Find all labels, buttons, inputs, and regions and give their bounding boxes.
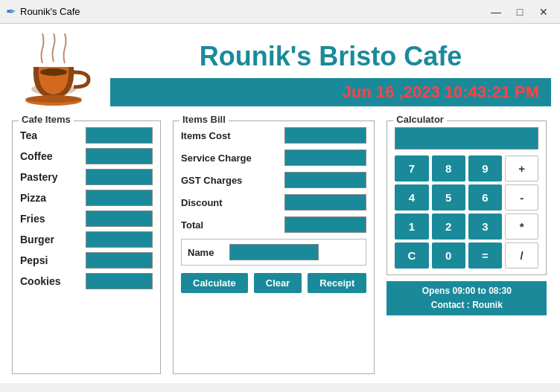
bill-row: GST Charges bbox=[181, 172, 366, 188]
calc-btn-eq[interactable]: = bbox=[468, 242, 502, 269]
item-row: Cookies bbox=[20, 273, 153, 289]
logo-svg bbox=[13, 33, 95, 108]
item-row: Burger bbox=[20, 231, 153, 248]
main-content: Cafe Items Tea Coffee Pastery Pizza Frie… bbox=[0, 112, 560, 383]
item-label-1: Coffee bbox=[20, 150, 72, 162]
item-input-4[interactable] bbox=[86, 211, 153, 227]
bill-input-3[interactable] bbox=[284, 194, 366, 211]
bill-input-4[interactable] bbox=[284, 216, 366, 233]
calculator-panel: Calculator 789+456-123*C0=/ bbox=[386, 121, 547, 275]
item-label-3: Pizza bbox=[20, 192, 72, 204]
calculator-title: Calculator bbox=[393, 114, 447, 125]
items-bill-title: Items Bill bbox=[179, 114, 229, 125]
item-label-5: Burger bbox=[20, 234, 72, 245]
logo-area bbox=[9, 30, 98, 112]
header: Rounik's Bristo Cafe Jun 16 ,2023 10:43:… bbox=[0, 24, 560, 112]
clear-button[interactable]: Clear bbox=[254, 273, 302, 293]
calc-btn-6[interactable]: 6 bbox=[468, 184, 502, 211]
calc-btn-8[interactable]: 8 bbox=[432, 155, 465, 181]
calc-btn-add[interactable]: + bbox=[505, 155, 538, 181]
bill-input-0[interactable] bbox=[284, 127, 366, 144]
item-row: Pepsi bbox=[20, 252, 153, 269]
cafe-title: Rounik's Bristo Cafe bbox=[110, 35, 551, 78]
item-label-4: Fries bbox=[20, 213, 72, 225]
receipt-button[interactable]: Receipt bbox=[308, 273, 366, 293]
calc-display[interactable] bbox=[395, 127, 538, 150]
bottom-info-line2: Contact : Rounik bbox=[392, 298, 541, 312]
app-icon: ✒ bbox=[6, 4, 16, 19]
calculate-button[interactable]: Calculate bbox=[181, 273, 248, 293]
bottom-info: Opens 09:00 to 08:30 Contact : Rounik bbox=[386, 281, 547, 315]
bill-input-1[interactable] bbox=[284, 150, 366, 166]
calc-btn-mul[interactable]: * bbox=[505, 213, 538, 240]
item-row: Pastery bbox=[20, 169, 153, 185]
cafe-items-panel: Cafe Items Tea Coffee Pastery Pizza Frie… bbox=[12, 121, 161, 374]
titlebar: ✒ Rounik's Cafe — □ ✕ bbox=[0, 0, 560, 24]
minimize-button[interactable]: — bbox=[486, 4, 506, 20]
close-button[interactable]: ✕ bbox=[533, 4, 554, 20]
bill-label-2: GST Charges bbox=[181, 175, 255, 186]
calc-btn-9[interactable]: 9 bbox=[468, 155, 502, 181]
bill-row: Total bbox=[181, 216, 366, 233]
header-right: Rounik's Bristo Cafe Jun 16 ,2023 10:43:… bbox=[110, 35, 551, 106]
item-input-1[interactable] bbox=[86, 148, 153, 164]
item-label-2: Pastery bbox=[20, 171, 72, 183]
bill-label-1: Service Charge bbox=[181, 152, 255, 164]
maximize-button[interactable]: □ bbox=[509, 4, 530, 20]
cafe-items-title: Cafe Items bbox=[19, 114, 74, 125]
item-label-6: Pepsi bbox=[20, 254, 72, 266]
titlebar-title: Rounik's Cafe bbox=[20, 6, 80, 17]
calc-btn-2[interactable]: 2 bbox=[432, 213, 465, 240]
calc-btn-0[interactable]: 0 bbox=[432, 242, 465, 269]
svg-point-3 bbox=[40, 68, 67, 76]
item-input-0[interactable] bbox=[86, 127, 153, 144]
item-input-6[interactable] bbox=[86, 252, 153, 269]
calc-btn-div[interactable]: / bbox=[505, 242, 538, 269]
cafe-items-list: Tea Coffee Pastery Pizza Fries Burger Pe… bbox=[20, 127, 153, 289]
bill-label-4: Total bbox=[181, 219, 255, 231]
items-bill-panel: Items Bill Items Cost Service Charge GST… bbox=[173, 121, 375, 374]
titlebar-left: ✒ Rounik's Cafe bbox=[6, 4, 80, 19]
item-label-7: Cookies bbox=[20, 275, 72, 287]
datetime-bar: Jun 16 ,2023 10:43:21 PM bbox=[110, 78, 551, 106]
calc-btn-7[interactable]: 7 bbox=[395, 155, 428, 181]
calc-btn-3[interactable]: 3 bbox=[468, 213, 502, 240]
bottom-info-line1: Opens 09:00 to 08:30 bbox=[392, 284, 541, 298]
bill-label-3: Discount bbox=[181, 197, 255, 208]
bill-row: Service Charge bbox=[181, 150, 366, 166]
item-input-7[interactable] bbox=[86, 273, 153, 289]
calc-btn-1[interactable]: 1 bbox=[395, 213, 428, 240]
bill-row: Items Cost bbox=[181, 127, 366, 144]
calc-container: Calculator 789+456-123*C0=/ Opens 09:00 … bbox=[386, 121, 547, 374]
calc-btn-5[interactable]: 5 bbox=[432, 184, 465, 211]
bill-rows-list: Items Cost Service Charge GST Charges Di… bbox=[181, 127, 366, 233]
bill-row: Discount bbox=[181, 194, 366, 211]
item-input-2[interactable] bbox=[86, 169, 153, 185]
name-row: Name bbox=[181, 239, 366, 266]
item-row: Tea bbox=[20, 127, 153, 144]
calc-btn-4[interactable]: 4 bbox=[395, 184, 428, 211]
calc-grid: 789+456-123*C0=/ bbox=[395, 155, 538, 269]
name-input[interactable] bbox=[229, 244, 319, 260]
action-buttons: Calculate Clear Receipt bbox=[181, 273, 366, 293]
item-row: Pizza bbox=[20, 190, 153, 206]
item-row: Fries bbox=[20, 211, 153, 227]
calc-btn-sub[interactable]: - bbox=[505, 184, 538, 211]
titlebar-controls: — □ ✕ bbox=[486, 4, 554, 20]
item-label-0: Tea bbox=[20, 129, 72, 141]
svg-point-2 bbox=[25, 95, 82, 103]
bill-label-0: Items Cost bbox=[181, 130, 255, 141]
bill-input-2[interactable] bbox=[284, 172, 366, 188]
calc-btn-C[interactable]: C bbox=[395, 242, 428, 269]
item-input-5[interactable] bbox=[86, 231, 153, 248]
name-label: Name bbox=[188, 247, 225, 258]
item-row: Coffee bbox=[20, 148, 153, 164]
item-input-3[interactable] bbox=[86, 190, 153, 206]
